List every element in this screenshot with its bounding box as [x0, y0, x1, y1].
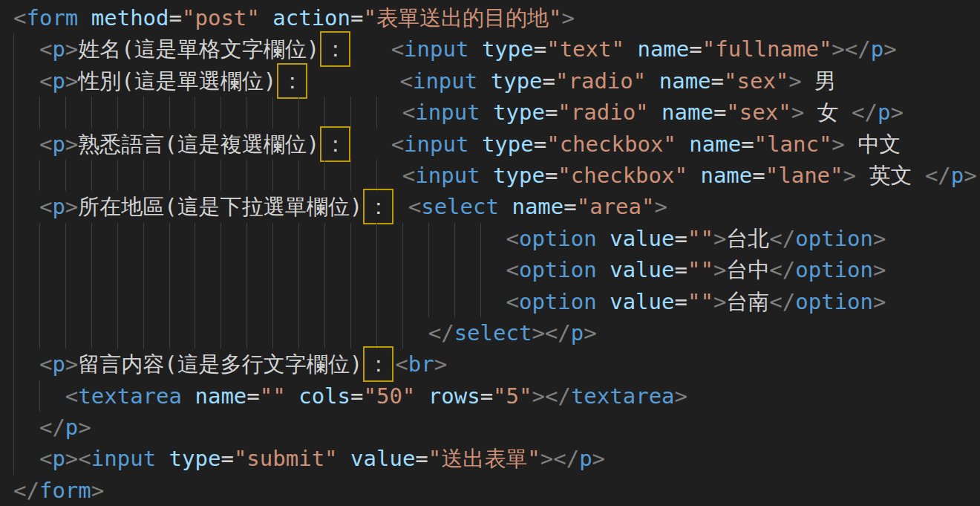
- token-tag-name: p: [52, 36, 65, 62]
- token-punctuation: >: [791, 100, 804, 125]
- token-punctuation: <: [39, 351, 52, 377]
- code-line[interactable]: <p>所在地區(這是下拉選單欄位)： <select name="area">: [13, 191, 980, 222]
- code-line[interactable]: <input type="checkbox" name="lane"> 英文 <…: [13, 160, 980, 191]
- token-attribute-name: name: [662, 100, 713, 125]
- token-tag-name: p: [571, 320, 584, 346]
- token-attribute-name: value: [610, 257, 674, 282]
- token-punctuation: >: [532, 320, 544, 346]
- token-punctuation: >: [655, 194, 667, 219]
- token-punctuation: >: [65, 446, 78, 471]
- unicode-highlighted-colon: ：: [363, 346, 393, 382]
- token-punctuation: >: [890, 100, 903, 125]
- token-attribute-name: type: [491, 68, 543, 94]
- token-punctuation: >: [540, 446, 553, 471]
- token-string: "sex": [726, 100, 791, 125]
- token-attribute-name: value: [350, 446, 415, 471]
- token-tag-name: p: [52, 351, 65, 377]
- token-punctuation: >: [964, 163, 976, 188]
- code-line[interactable]: <p>留言内容(這是多行文字欄位)：<br>: [13, 348, 980, 380]
- token-punctuation: <: [402, 100, 415, 125]
- code-editor[interactable]: <form method="post" action="表單送出的目的地"> <…: [0, 0, 980, 506]
- token-punctuation: <: [399, 68, 412, 94]
- token-punctuation: >: [65, 132, 78, 157]
- unicode-highlighted-colon: ：: [363, 189, 393, 224]
- code-line[interactable]: </form>: [13, 475, 980, 506]
- code-line[interactable]: <textarea name="" cols="50" rows="5"></t…: [13, 380, 980, 412]
- token-equals: =: [169, 5, 182, 30]
- token-text: 熟悉語言(這是複選欄位): [78, 132, 319, 157]
- token-equals: =: [220, 446, 233, 471]
- indent-guides: [13, 348, 39, 380]
- token-string: "表單送出的目的地": [363, 5, 561, 30]
- token-string: "": [687, 289, 713, 314]
- token-tag-name: input: [404, 36, 468, 62]
- token-equals: =: [674, 289, 687, 314]
- code-line[interactable]: <p><input type="submit" value="送出表單"></p…: [13, 443, 980, 474]
- indent-guides: [13, 412, 39, 443]
- token-punctuation: <: [395, 351, 408, 377]
- code-line[interactable]: <input type="radio" name="sex"> 女 </p>: [13, 97, 980, 128]
- token-text: 台南: [726, 289, 769, 314]
- unicode-highlighted-colon: ：: [320, 31, 350, 67]
- token-attribute-name: type: [482, 36, 534, 62]
- token-text: 所在地區(這是下拉選單欄位): [78, 194, 362, 219]
- token-punctuation: <: [391, 132, 404, 157]
- token-text: [499, 194, 512, 219]
- token-tag-name: form: [39, 478, 91, 503]
- token-punctuation: <: [506, 257, 518, 282]
- token-tag-name: p: [579, 446, 592, 471]
- token-tag-name: input: [415, 163, 480, 188]
- code-line[interactable]: <p>熟悉語言(這是複選欄位)： <input type="checkbox" …: [13, 129, 980, 160]
- indent-guides: [13, 97, 402, 128]
- token-punctuation: >: [873, 226, 886, 251]
- code-line[interactable]: <p>姓名(這是單格文字欄位)： <input type="text" name…: [13, 33, 980, 65]
- token-string: "post": [182, 5, 260, 30]
- token-attribute-name: type: [493, 100, 545, 125]
- token-tag-name: p: [52, 446, 65, 471]
- token-text: [676, 132, 689, 157]
- token-tag-name: select: [454, 320, 532, 346]
- token-text: [649, 100, 662, 125]
- code-line[interactable]: <form method="post" action="表單送出的目的地">: [13, 2, 980, 33]
- token-punctuation: </: [925, 163, 951, 188]
- token-punctuation: <: [39, 68, 52, 94]
- token-text: 英文: [856, 163, 925, 188]
- token-tag-name: option: [795, 289, 873, 314]
- token-tag-name: p: [52, 194, 65, 219]
- token-text: [624, 36, 637, 62]
- indent-guides: [13, 160, 402, 191]
- token-text: [477, 68, 490, 94]
- token-text: 中文: [845, 132, 901, 157]
- code-line[interactable]: <option value="">台中</option>: [13, 254, 980, 285]
- token-punctuation: <: [39, 194, 52, 219]
- token-attribute-name: type: [169, 446, 221, 471]
- token-equals: =: [246, 383, 259, 409]
- token-string: "radio": [555, 68, 646, 94]
- code-line[interactable]: <p>性別(這是單選欄位)： <input type="radio" name=…: [13, 65, 980, 97]
- token-punctuation: >: [832, 132, 844, 157]
- token-equals: =: [350, 383, 363, 409]
- code-line[interactable]: </select></p>: [13, 317, 980, 348]
- token-tag-name: option: [519, 257, 597, 282]
- token-tag-name: option: [795, 226, 873, 251]
- token-punctuation: >: [873, 289, 886, 314]
- token-string: "sex": [724, 68, 788, 94]
- indent-guides: [13, 254, 506, 285]
- token-punctuation: >: [65, 194, 78, 219]
- token-string: "text": [546, 36, 624, 62]
- code-line[interactable]: <option value="">台南</option>: [13, 286, 980, 317]
- token-equals: =: [534, 132, 546, 157]
- token-text: [395, 194, 408, 219]
- token-punctuation: >: [883, 36, 896, 62]
- code-line[interactable]: </p>: [13, 412, 980, 443]
- token-tag-name: p: [878, 100, 890, 125]
- code-line[interactable]: <option value="">台北</option>: [13, 223, 980, 254]
- token-attribute-name: name: [637, 36, 689, 62]
- token-equals: =: [741, 132, 754, 157]
- token-punctuation: >: [873, 257, 886, 282]
- token-punctuation: >: [532, 383, 545, 409]
- token-tag-name: option: [519, 226, 597, 251]
- token-punctuation: <: [65, 383, 78, 409]
- token-punctuation: <: [506, 289, 518, 314]
- unicode-highlighted-colon: ：: [277, 63, 307, 99]
